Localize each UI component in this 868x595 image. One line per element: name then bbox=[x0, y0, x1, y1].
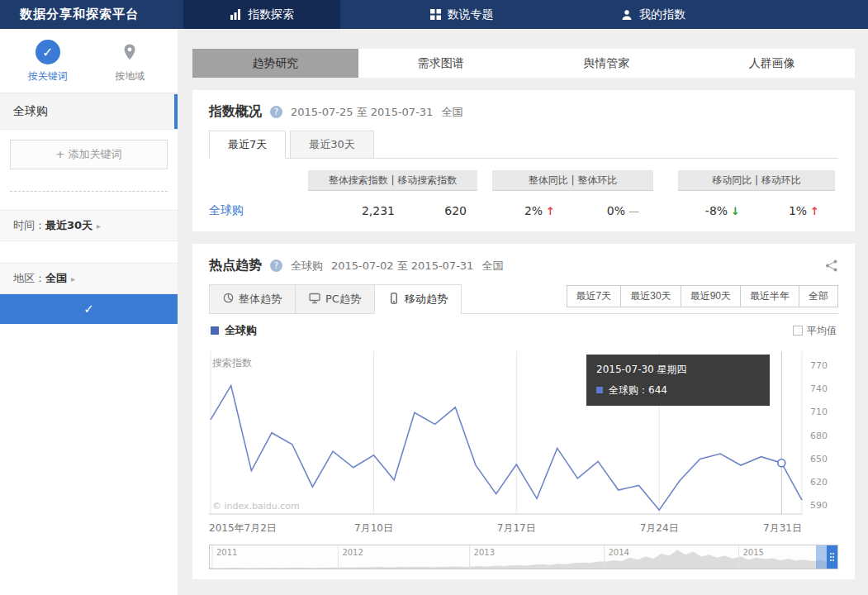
tab-trend-research[interactable]: 趋势研究 bbox=[192, 49, 358, 78]
timeline-selection[interactable] bbox=[816, 545, 827, 569]
svg-text:© index.baidu.com: © index.baidu.com bbox=[212, 501, 300, 512]
header-mobile-compare: 移动同比 | 移动环比 bbox=[678, 170, 835, 191]
chart-tooltip: 2015-07-30 星期四 全球购：644 bbox=[586, 355, 770, 406]
research-tab-bar: 趋势研究 需求图谱 舆情管家 人群画像 bbox=[192, 49, 855, 78]
mobile-phone-icon bbox=[388, 293, 400, 307]
up-arrow-icon: ↑ bbox=[546, 205, 555, 217]
tooltip-date: 2015-07-30 星期四 bbox=[596, 363, 760, 377]
mobile-yoy-value: -8%↓ bbox=[674, 204, 748, 217]
app-title: 数据分享和探索平台 bbox=[0, 0, 183, 29]
mode-label: 按地域 bbox=[115, 69, 145, 83]
svg-text:740: 740 bbox=[810, 383, 828, 394]
nav-index-explore[interactable]: 指数探索 bbox=[183, 0, 340, 29]
range-half-year-button[interactable]: 最近半年 bbox=[740, 285, 799, 307]
pie-chart-icon bbox=[223, 293, 234, 306]
time-filter[interactable]: 时间：最近30天▸ bbox=[0, 210, 178, 241]
bar-chart-icon bbox=[230, 9, 241, 20]
nav-label: 指数探索 bbox=[248, 7, 294, 22]
time-range-buttons: 最近7天 最近30天 最近90天 最近半年 全部 bbox=[567, 285, 838, 307]
tooltip-value: 全球购：644 bbox=[609, 384, 667, 396]
search-mode-switch: ✓ 按关键词 按地域 bbox=[0, 29, 178, 93]
tab-audience-profile[interactable]: 人群画像 bbox=[690, 49, 856, 78]
mode-by-region[interactable]: 按地域 bbox=[89, 40, 172, 83]
range-30-days-button[interactable]: 最近30天 bbox=[620, 285, 681, 307]
svg-text:620: 620 bbox=[810, 477, 828, 488]
svg-text:650: 650 bbox=[810, 454, 828, 464]
timeline-scrubber[interactable]: 20112012201320142015 bbox=[209, 545, 838, 569]
overall-search-index-value: 2,231 bbox=[308, 204, 395, 217]
region-filter-value: 全国 bbox=[45, 272, 67, 284]
active-keyword-indicator bbox=[174, 94, 178, 129]
tab-last-30-days[interactable]: 最近30天 bbox=[290, 131, 374, 159]
tab-demand-map[interactable]: 需求图谱 bbox=[358, 49, 524, 78]
trend-region: 全国 bbox=[481, 259, 503, 274]
overview-range-tabs: 最近7天 最近30天 bbox=[209, 131, 838, 159]
svg-text:2014: 2014 bbox=[609, 548, 629, 557]
overview-table-header: 整体搜索指数 | 移动搜索指数 整体同比 | 整体环比 移动同比 | 移动环比 bbox=[209, 170, 838, 191]
user-icon bbox=[621, 9, 633, 21]
svg-text:7月24日: 7月24日 bbox=[640, 522, 679, 534]
time-filter-value: 最近30天 bbox=[45, 219, 92, 231]
share-icon[interactable] bbox=[825, 259, 838, 272]
svg-text:2013: 2013 bbox=[474, 548, 495, 557]
range-7-days-button[interactable]: 最近7天 bbox=[567, 285, 622, 307]
panel-title: 指数概况 bbox=[209, 103, 262, 121]
svg-text:2011: 2011 bbox=[216, 548, 237, 557]
range-90-days-button[interactable]: 最近90天 bbox=[681, 285, 741, 307]
chevron-right-icon: ▸ bbox=[71, 274, 75, 283]
overall-mom-value: 0%— bbox=[567, 204, 649, 217]
trend-header: 热点趋势 ? 全球购 2015-07-02 至 2015-07-31 全国 bbox=[209, 257, 838, 274]
average-checkbox[interactable] bbox=[793, 326, 803, 336]
mode-label: 按关键词 bbox=[28, 69, 68, 83]
handle-grip-dots bbox=[830, 553, 832, 555]
trend-keyword: 全球购 bbox=[291, 259, 323, 274]
overview-header: 指数概况 ? 2015-07-25 至 2015-07-31 全国 bbox=[209, 103, 838, 121]
svg-text:590: 590 bbox=[810, 500, 828, 511]
trend-date-range: 2015-07-02 至 2015-07-31 bbox=[331, 259, 473, 274]
svg-text:2012: 2012 bbox=[342, 548, 363, 557]
svg-text:680: 680 bbox=[810, 431, 828, 441]
nav-my-index[interactable]: 我的指数 bbox=[575, 0, 732, 29]
svg-text:搜索指数: 搜索指数 bbox=[212, 357, 252, 369]
region-filter-label: 地区： bbox=[13, 272, 45, 284]
svg-text:2015: 2015 bbox=[743, 548, 764, 557]
divider bbox=[10, 191, 168, 192]
region-filter[interactable]: 地区：全国▸ bbox=[0, 263, 178, 294]
header-search-index: 整体搜索指数 | 移动搜索指数 bbox=[308, 170, 477, 191]
tab-pc-trend[interactable]: PC趋势 bbox=[295, 284, 375, 313]
average-label: 平均值 bbox=[807, 324, 837, 338]
svg-text:710: 710 bbox=[810, 407, 828, 417]
tab-last-7-days[interactable]: 最近7天 bbox=[209, 131, 286, 159]
mode-by-keyword[interactable]: ✓ 按关键词 bbox=[7, 40, 89, 83]
chevron-right-icon: ▸ bbox=[97, 221, 101, 231]
up-arrow-icon: ↑ bbox=[810, 205, 819, 217]
keyword-item-selected[interactable]: 全球购 bbox=[0, 93, 178, 130]
svg-text:7月31日: 7月31日 bbox=[763, 522, 802, 534]
overview-date-range: 2015-07-25 至 2015-07-31 bbox=[291, 105, 433, 120]
time-filter-label: 时间： bbox=[13, 219, 45, 231]
panel-title: 热点趋势 bbox=[209, 257, 262, 274]
trend-chart-area: 7707407106806506205902015年7月2日7月10日7月17日… bbox=[209, 345, 838, 541]
map-pin-icon bbox=[117, 40, 142, 64]
tooltip-value-line: 全球购：644 bbox=[596, 383, 760, 397]
confirm-button[interactable]: ✓ bbox=[0, 294, 178, 324]
nav-data-topics[interactable]: 数说专题 bbox=[383, 0, 540, 29]
help-icon[interactable]: ? bbox=[270, 106, 282, 118]
top-bar: 数据分享和探索平台 指数探索 数说专题 我的指数 bbox=[0, 0, 868, 29]
nav-label: 我的指数 bbox=[639, 7, 685, 22]
timeline-drag-handle[interactable] bbox=[827, 545, 837, 569]
help-icon[interactable]: ? bbox=[270, 259, 282, 272]
tab-sentiment-manager[interactable]: 舆情管家 bbox=[524, 49, 690, 78]
overall-yoy-value: 2%↑ bbox=[488, 204, 567, 217]
nav-label: 数说专题 bbox=[448, 7, 494, 22]
tab-overall-trend[interactable]: 整体趋势 bbox=[209, 284, 296, 313]
average-toggle[interactable]: 平均值 bbox=[793, 324, 837, 338]
range-all-button[interactable]: 全部 bbox=[799, 285, 838, 307]
legend-label: 全球购 bbox=[225, 323, 257, 338]
tab-mobile-trend[interactable]: 移动趋势 bbox=[374, 284, 462, 314]
add-keyword-button[interactable]: + 添加关键词 bbox=[10, 140, 168, 169]
hot-trend-panel: 热点趋势 ? 全球购 2015-07-02 至 2015-07-31 全国 整体… bbox=[192, 244, 855, 579]
flat-dash-icon: — bbox=[628, 205, 639, 217]
keyword-link[interactable]: 全球购 bbox=[209, 203, 308, 218]
chart-legend-row: 全球购 平均值 bbox=[209, 314, 838, 345]
